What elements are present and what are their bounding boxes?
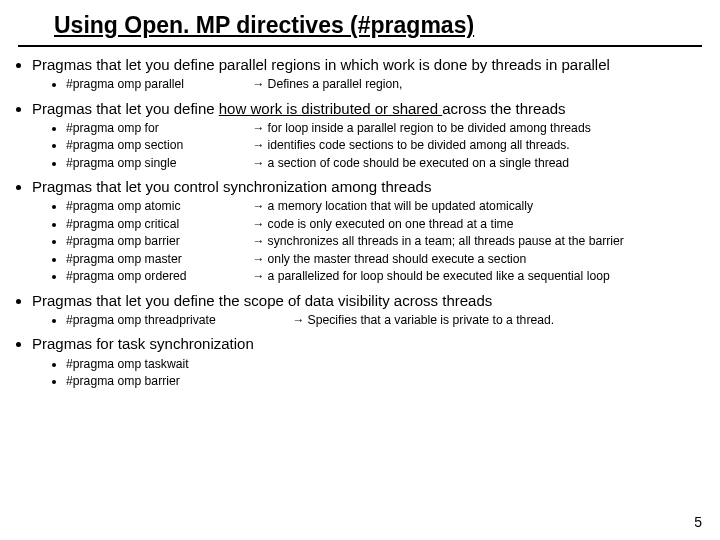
- pragma-desc: identifies code sections to be divided a…: [252, 137, 702, 153]
- section: Pragmas for task synchronization#pragma …: [32, 334, 702, 389]
- pragma-item: #pragma omp forfor loop inside a paralle…: [66, 120, 702, 136]
- pragma-list: #pragma omp taskwait#pragma omp barrier: [32, 356, 702, 390]
- pragma-name: #pragma omp threadprivate: [66, 312, 292, 328]
- pragma-item: #pragma omp masteronly the master thread…: [66, 251, 702, 267]
- pragma-list: #pragma omp forfor loop inside a paralle…: [32, 120, 702, 171]
- pragma-row: #pragma omp atomica memory location that…: [66, 198, 702, 214]
- pragma-item: #pragma omp parallelDefines a parallel r…: [66, 76, 702, 92]
- pragma-row: #pragma omp barriersynchronizes all thre…: [66, 233, 702, 249]
- section-heading: Pragmas that let you control synchroniza…: [32, 178, 431, 195]
- pragma-desc: synchronizes all threads in a team; all …: [252, 233, 702, 249]
- pragma-desc: a parallelized for loop should be execut…: [252, 268, 702, 284]
- content-list: Pragmas that let you define parallel reg…: [18, 55, 702, 390]
- section-heading: Pragmas that let you define parallel reg…: [32, 56, 610, 73]
- pragma-name: #pragma omp barrier: [66, 373, 252, 389]
- pragma-item: #pragma omp sectionidentifies code secti…: [66, 137, 702, 153]
- pragma-row: #pragma omp masteronly the master thread…: [66, 251, 702, 267]
- pragma-name: #pragma omp for: [66, 120, 252, 136]
- section: Pragmas that let you define how work is …: [32, 99, 702, 172]
- pragma-item: #pragma omp ordereda parallelized for lo…: [66, 268, 702, 284]
- pragma-row: #pragma omp parallelDefines a parallel r…: [66, 76, 702, 92]
- pragma-desc: only the master thread should execute a …: [252, 251, 702, 267]
- pragma-list: #pragma omp atomica memory location that…: [32, 198, 702, 284]
- pragma-item: #pragma omp criticalcode is only execute…: [66, 216, 702, 232]
- pragma-list: #pragma omp parallelDefines a parallel r…: [32, 76, 702, 92]
- section-heading: Pragmas that let you define: [32, 100, 219, 117]
- section: Pragmas that let you define parallel reg…: [32, 55, 702, 93]
- section-heading: Pragmas that let you define the scope of…: [32, 292, 492, 309]
- title-rule: [18, 45, 702, 47]
- pragma-row: #pragma omp singlea section of code shou…: [66, 155, 702, 171]
- section-heading-tail: across the threads: [442, 100, 565, 117]
- pragma-name: #pragma omp master: [66, 251, 252, 267]
- section-heading: Pragmas for task synchronization: [32, 335, 254, 352]
- slide-title: Using Open. MP directives (#pragmas): [54, 12, 474, 39]
- pragma-name: #pragma omp ordered: [66, 268, 252, 284]
- section-heading-underlined: how work is distributed or shared: [219, 100, 442, 117]
- pragma-item: #pragma omp singlea section of code shou…: [66, 155, 702, 171]
- pragma-list: #pragma omp threadprivateSpecifies that …: [32, 312, 702, 328]
- pragma-desc: a memory location that will be updated a…: [252, 198, 702, 214]
- pragma-name: #pragma omp parallel: [66, 76, 252, 92]
- pragma-desc: a section of code should be executed on …: [252, 155, 702, 171]
- page-number: 5: [694, 514, 702, 530]
- pragma-name: #pragma omp critical: [66, 216, 252, 232]
- pragma-row: #pragma omp criticalcode is only execute…: [66, 216, 702, 232]
- pragma-row: #pragma omp barrier: [66, 373, 702, 389]
- pragma-row: #pragma omp threadprivateSpecifies that …: [66, 312, 702, 328]
- pragma-row: #pragma omp taskwait: [66, 356, 702, 372]
- section: Pragmas that let you control synchroniza…: [32, 177, 702, 285]
- section: Pragmas that let you define the scope of…: [32, 291, 702, 329]
- slide: Using Open. MP directives (#pragmas) Pra…: [0, 0, 720, 540]
- pragma-item: #pragma omp atomica memory location that…: [66, 198, 702, 214]
- title-wrap: Using Open. MP directives (#pragmas): [18, 12, 702, 45]
- pragma-name: #pragma omp section: [66, 137, 252, 153]
- pragma-desc: Specifies that a variable is private to …: [292, 312, 702, 328]
- pragma-item: #pragma omp threadprivateSpecifies that …: [66, 312, 702, 328]
- pragma-row: #pragma omp ordereda parallelized for lo…: [66, 268, 702, 284]
- pragma-name: #pragma omp barrier: [66, 233, 252, 249]
- pragma-desc: for loop inside a parallel region to be …: [252, 120, 702, 136]
- pragma-item: #pragma omp barrier: [66, 373, 702, 389]
- pragma-name: #pragma omp taskwait: [66, 356, 252, 372]
- pragma-name: #pragma omp atomic: [66, 198, 252, 214]
- pragma-item: #pragma omp barriersynchronizes all thre…: [66, 233, 702, 249]
- pragma-item: #pragma omp taskwait: [66, 356, 702, 372]
- pragma-row: #pragma omp sectionidentifies code secti…: [66, 137, 702, 153]
- pragma-desc: code is only executed on one thread at a…: [252, 216, 702, 232]
- pragma-row: #pragma omp forfor loop inside a paralle…: [66, 120, 702, 136]
- pragma-desc: Defines a parallel region,: [252, 76, 702, 92]
- pragma-name: #pragma omp single: [66, 155, 252, 171]
